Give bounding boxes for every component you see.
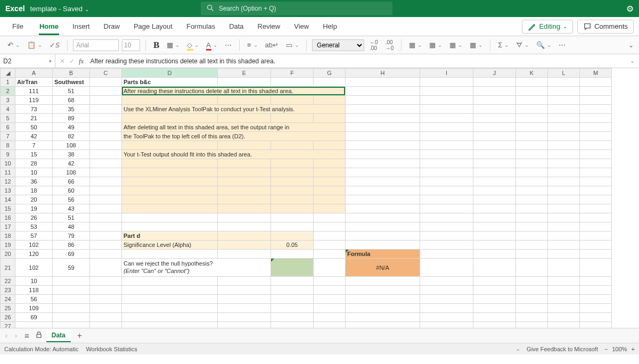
cell-C10[interactable]	[90, 159, 122, 168]
cell-A12[interactable]: 36	[15, 177, 53, 186]
cell-F13[interactable]	[271, 186, 314, 195]
cell-B17[interactable]: 48	[53, 222, 90, 231]
cell-D7[interactable]: the ToolPak to the top left cell of this…	[122, 132, 346, 141]
cell-A25[interactable]: 109	[15, 304, 53, 313]
cell-L8[interactable]	[548, 141, 580, 150]
cell-L5[interactable]	[548, 114, 580, 123]
cell-I10[interactable]	[420, 159, 473, 168]
cell-D24[interactable]	[122, 295, 218, 304]
cell-D9[interactable]: Your t-Test output should fit into this …	[122, 150, 346, 159]
cell-C17[interactable]	[90, 222, 122, 231]
cell-F14[interactable]	[271, 195, 314, 204]
cell-H25[interactable]	[346, 304, 420, 313]
cell-K9[interactable]	[516, 150, 548, 159]
cell-I6[interactable]	[420, 123, 473, 132]
cell-A24[interactable]: 56	[15, 295, 53, 304]
cell-I18[interactable]	[420, 231, 473, 241]
cell-K17[interactable]	[516, 222, 548, 231]
confirm-edit-icon[interactable]: ✓	[69, 57, 75, 65]
row-header-18[interactable]: 18	[1, 231, 15, 241]
menu-formulas[interactable]: Formulas	[179, 22, 222, 30]
conditional-format-button[interactable]: ▦	[407, 41, 424, 49]
cell-G24[interactable]	[314, 295, 346, 304]
cell-M8[interactable]	[580, 141, 612, 150]
cell-E26[interactable]	[218, 313, 271, 322]
cell-I22[interactable]	[420, 277, 473, 286]
cell-M18[interactable]	[580, 231, 612, 241]
cell-C2[interactable]	[90, 87, 122, 96]
cell-C4[interactable]	[90, 105, 122, 114]
cell-I1[interactable]	[420, 78, 473, 87]
cell-J14[interactable]	[473, 195, 516, 204]
cell-I16[interactable]	[420, 213, 473, 222]
cell-B26[interactable]	[53, 313, 90, 322]
zoom-in-button[interactable]: +	[632, 346, 635, 352]
cell-G14[interactable]	[314, 195, 346, 204]
cell-C6[interactable]	[90, 123, 122, 132]
cell-B5[interactable]: 89	[53, 114, 90, 123]
font-color-button[interactable]: A	[204, 41, 219, 49]
menu-home[interactable]: Home	[32, 22, 65, 30]
cell-F1[interactable]	[271, 78, 314, 87]
cell-E25[interactable]	[218, 304, 271, 313]
font-size-input[interactable]	[122, 39, 140, 51]
cell-B7[interactable]: 82	[53, 132, 90, 141]
cell-G22[interactable]	[314, 277, 346, 286]
cell-B22[interactable]	[53, 277, 90, 286]
cell-E20[interactable]	[218, 250, 271, 259]
cell-A1[interactable]: AirTran	[15, 78, 53, 87]
cell-H23[interactable]	[346, 286, 420, 295]
cell-G11[interactable]	[314, 168, 346, 177]
cell-L9[interactable]	[548, 150, 580, 159]
cell-E11[interactable]	[218, 168, 271, 177]
menu-view[interactable]: View	[287, 22, 316, 30]
cell-F26[interactable]	[271, 313, 314, 322]
borders-button[interactable]: ▦	[165, 41, 182, 49]
cell-A13[interactable]: 18	[15, 186, 53, 195]
col-header-A[interactable]: A	[15, 69, 53, 78]
cell-G15[interactable]	[314, 204, 346, 213]
cell-K1[interactable]	[516, 78, 548, 87]
cell-L19[interactable]	[548, 241, 580, 250]
cell-F12[interactable]	[271, 177, 314, 186]
cell-L4[interactable]	[548, 105, 580, 114]
cell-L16[interactable]	[548, 213, 580, 222]
cell-D23[interactable]	[122, 286, 218, 295]
cell-J24[interactable]	[473, 295, 516, 304]
cell-D19[interactable]: Significance Level (Alpha)	[122, 241, 218, 250]
cell-B25[interactable]	[53, 304, 90, 313]
cell-A15[interactable]: 19	[15, 204, 53, 213]
cell-H8[interactable]	[346, 141, 420, 150]
cell-F21[interactable]	[271, 259, 314, 277]
cell-H24[interactable]	[346, 295, 420, 304]
cell-E19[interactable]	[218, 241, 271, 250]
cell-J5[interactable]	[473, 114, 516, 123]
row-header-17[interactable]: 17	[1, 222, 15, 231]
cell-D1[interactable]: Parts b&c	[122, 78, 218, 87]
cell-B19[interactable]: 86	[53, 241, 90, 250]
cell-L20[interactable]	[548, 250, 580, 259]
cell-J25[interactable]	[473, 304, 516, 313]
cell-M14[interactable]	[580, 195, 612, 204]
cell-A2[interactable]: 111	[15, 87, 53, 96]
menu-insert[interactable]: Insert	[65, 22, 97, 30]
fill-color-button[interactable]: ◇	[185, 41, 201, 49]
cell-L13[interactable]	[548, 186, 580, 195]
cell-G25[interactable]	[314, 304, 346, 313]
cell-D13[interactable]	[122, 186, 218, 195]
cell-K20[interactable]	[516, 250, 548, 259]
cell-A11[interactable]: 10	[15, 168, 53, 177]
cell-M5[interactable]	[580, 114, 612, 123]
cell-F17[interactable]	[271, 222, 314, 231]
cell-D6[interactable]: After deleting all text in this shaded a…	[122, 123, 346, 132]
cell-E18[interactable]	[218, 231, 271, 241]
cell-G10[interactable]	[314, 159, 346, 168]
col-header-L[interactable]: L	[548, 69, 580, 78]
cell-H5[interactable]	[346, 114, 420, 123]
cell-B13[interactable]: 60	[53, 186, 90, 195]
cell-K19[interactable]	[516, 241, 548, 250]
cell-B24[interactable]	[53, 295, 90, 304]
cell-C21[interactable]	[90, 259, 122, 277]
cell-C24[interactable]	[90, 295, 122, 304]
cell-K22[interactable]	[516, 277, 548, 286]
